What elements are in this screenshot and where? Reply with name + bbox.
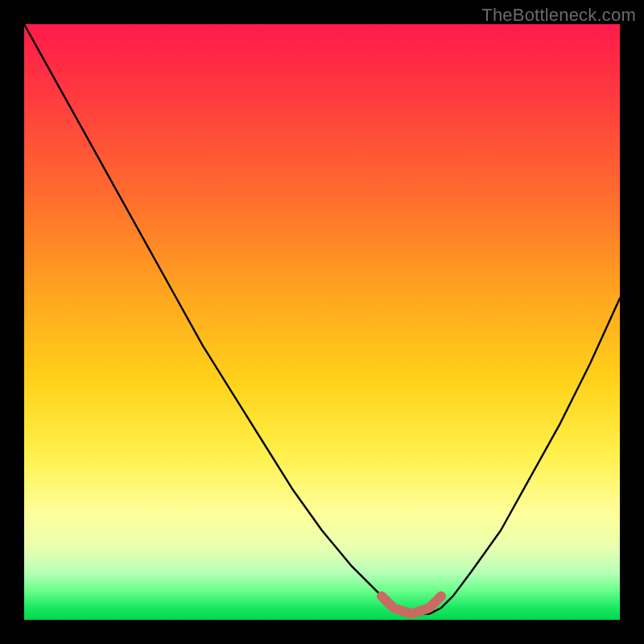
chart-stage: TheBottleneck.com	[0, 0, 644, 644]
plot-area	[24, 24, 620, 620]
attribution-text: TheBottleneck.com	[481, 5, 636, 26]
optimal-range-marker	[382, 596, 441, 613]
bottleneck-curve-path	[24, 24, 620, 614]
curve-layer	[24, 24, 620, 620]
